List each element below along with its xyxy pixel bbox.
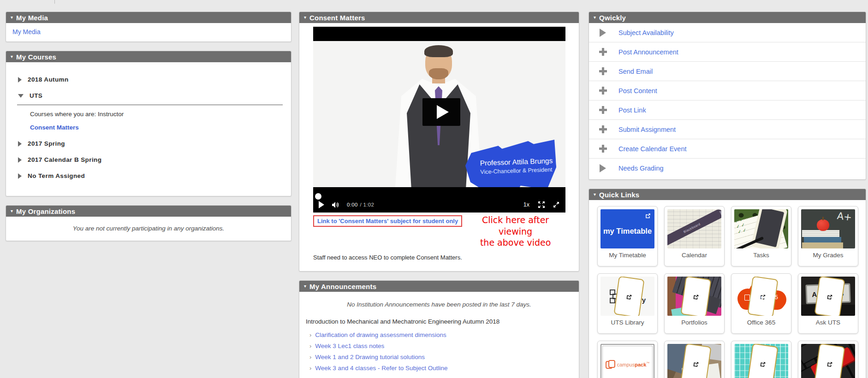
term-uts[interactable]: UTS: [18, 88, 284, 104]
tile-ask-uts[interactable]: ASKUTS Ask UTS: [798, 273, 858, 334]
announcement-item: › Clarification of drawing assessment di…: [309, 331, 573, 338]
collapse-arrow-icon[interactable]: ▾: [11, 15, 13, 20]
term-2018-autumn[interactable]: 2018 Autumn: [18, 71, 284, 88]
student-subject-link[interactable]: Link to 'Consent Matters' subject for st…: [313, 215, 462, 227]
collapse-arrow-icon[interactable]: ▾: [11, 209, 13, 213]
tile-campuspack[interactable]: campuspack™: [597, 341, 658, 378]
external-link-icon[interactable]: [643, 211, 653, 220]
term-no-term-assigned[interactable]: No Term Assigned: [18, 168, 284, 184]
scrubber-handle[interactable]: [315, 193, 321, 200]
consent-matters-header[interactable]: ▾ Consent Matters: [299, 12, 579, 23]
tile-label: My Timetable: [600, 252, 654, 259]
announcement-link[interactable]: Week 3 and 4 classes - Refer to Subject …: [315, 365, 447, 372]
my-organizations-module: ▾ My Organizations You are not currently…: [6, 205, 291, 241]
qwickly-subject-availability[interactable]: Subject Availability: [589, 23, 866, 42]
qwickly-post-content[interactable]: Post Content: [589, 81, 866, 100]
qwickly-post-announcement[interactable]: Post Announcement: [589, 42, 866, 61]
tile-label: Tasks: [734, 252, 788, 259]
play-button-overlay[interactable]: [422, 98, 460, 126]
my-media-header[interactable]: ▾ My Media: [6, 12, 291, 23]
my-announcements-header[interactable]: ▾ My Announcements: [299, 281, 579, 292]
quick-links-header[interactable]: ▾ Quick Links: [589, 189, 866, 200]
tile-portfolios[interactable]: Portfolios: [664, 273, 725, 334]
module-title: My Organizations: [16, 207, 75, 215]
qwickly-send-email[interactable]: Send Email: [589, 61, 866, 81]
dashboard-page: ▾ My Media My Media ▾ My Courses 2018 Au…: [0, 0, 868, 378]
tile-my-timetable[interactable]: my Timetable My Timetable: [597, 206, 658, 266]
play-button[interactable]: [319, 201, 324, 208]
mobile-learn-tile-image: [734, 344, 788, 378]
tile-journal[interactable]: [664, 341, 725, 378]
announcement-link[interactable]: Clarification of drawing assessment dime…: [315, 331, 446, 338]
module-title: My Courses: [16, 53, 56, 61]
external-link-icon[interactable]: [680, 344, 711, 378]
chevron-right-icon: ›: [309, 331, 311, 338]
term-2017-spring[interactable]: 2017 Spring: [18, 136, 284, 152]
tile-feedback[interactable]: Feedback: [798, 341, 858, 378]
qwickly-post-link[interactable]: Post Link: [589, 100, 866, 119]
expand-icon[interactable]: [553, 201, 560, 208]
plus-icon: [598, 87, 607, 94]
collapse-arrow-icon[interactable]: ▾: [304, 15, 306, 20]
qwickly-submit-assignment[interactable]: Submit Assignment: [589, 119, 866, 139]
my-media-body: My Media: [6, 23, 291, 41]
plus-icon: [598, 48, 607, 56]
qwickly-header[interactable]: ▾ Qwickly: [589, 12, 866, 23]
qwickly-link[interactable]: Send Email: [618, 68, 653, 75]
qwickly-link[interactable]: Post Link: [618, 106, 646, 114]
external-link-icon[interactable]: [613, 277, 644, 316]
office-box-icon: [744, 295, 750, 301]
collapse-arrow-icon[interactable]: ▾: [594, 15, 596, 20]
my-announcements-module: ▾ My Announcements No Institution Announ…: [299, 280, 579, 378]
uts-term-contents: Courses where you are: Instructor Consen…: [30, 111, 284, 136]
playback-speed-button[interactable]: 1x: [523, 201, 529, 208]
staff-note-text: Staff need to access NEO to complete Con…: [313, 254, 565, 261]
collapse-triangle-icon[interactable]: [18, 94, 24, 98]
portfolios-tile-image: [667, 277, 721, 316]
qwickly-link[interactable]: Submit Assignment: [618, 126, 676, 133]
book-graphic: [804, 237, 841, 242]
external-link-icon[interactable]: [747, 344, 778, 378]
collapse-arrow-icon[interactable]: ▾: [304, 284, 306, 289]
expand-triangle-icon[interactable]: [18, 173, 22, 179]
announcement-link[interactable]: Week 3 Lec1 class notes: [315, 343, 384, 349]
time-display: 0:00/ 1:02: [347, 202, 374, 207]
qwickly-link[interactable]: Post Content: [618, 87, 657, 94]
tile-calendar[interactable]: Blackboard Calendar: [664, 206, 725, 266]
my-courses-header[interactable]: ▾ My Courses: [6, 51, 291, 62]
external-link-icon[interactable]: [814, 277, 845, 316]
tile-label: Office 365: [734, 319, 788, 326]
qwickly-create-calendar-event[interactable]: Create Calendar Event: [589, 139, 866, 158]
tile-my-grades[interactable]: A+ My Grades: [798, 206, 858, 266]
tile-mobile-learn[interactable]: [731, 341, 791, 378]
qwickly-needs-grading[interactable]: Needs Grading: [589, 158, 866, 177]
tile-office-365[interactable]: Office 365 Office 365: [731, 273, 791, 334]
tile-uts-library[interactable]: UTS: Library UTS Library: [597, 273, 658, 334]
collapse-arrow-icon[interactable]: ▾: [594, 192, 596, 197]
expand-triangle-icon[interactable]: [18, 77, 22, 83]
announcement-link[interactable]: Week 1 and 2 Drawing tutorial solutions: [315, 354, 425, 360]
expand-triangle-icon[interactable]: [18, 141, 22, 147]
tile-label: Portfolios: [667, 319, 721, 326]
plus-icon: [598, 106, 607, 114]
qwickly-link[interactable]: Create Calendar Event: [618, 145, 687, 153]
my-organizations-header[interactable]: ▾ My Organizations: [6, 206, 291, 217]
video-player[interactable]: Professor Attila Brungs Vice-Chancellor …: [313, 27, 565, 213]
term-2017-calendar-b-spring[interactable]: 2017 Calendar B Spring: [18, 152, 284, 168]
tile-tasks[interactable]: ✓ ✓ ✓ ✓ ✓ ✓ Tasks: [731, 206, 791, 266]
volume-icon[interactable]: [332, 201, 339, 208]
expand-triangle-icon[interactable]: [18, 157, 22, 163]
plus-icon: [598, 145, 607, 153]
qwickly-link[interactable]: Subject Availability: [618, 29, 674, 36]
collapse-arrow-icon[interactable]: ▾: [11, 54, 13, 59]
qwickly-link[interactable]: Post Announcement: [618, 48, 678, 56]
my-media-link[interactable]: My Media: [12, 28, 41, 35]
module-title: Quick Links: [599, 191, 639, 199]
qwickly-link[interactable]: Needs Grading: [618, 165, 664, 172]
consent-matters-course-link[interactable]: Consent Matters: [30, 124, 79, 131]
fullscreen-icon[interactable]: [538, 201, 545, 208]
external-link-icon[interactable]: [680, 277, 711, 316]
student-link-row: Link to 'Consent Matters' subject for st…: [313, 215, 565, 248]
external-link-icon[interactable]: [814, 344, 845, 378]
feedback-tile-image: Feedback: [801, 344, 855, 378]
